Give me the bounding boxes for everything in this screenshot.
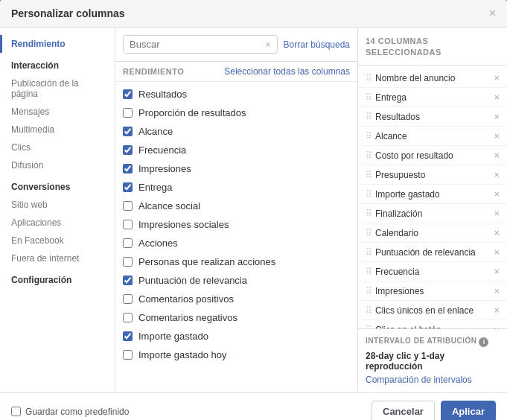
selected-item: ⠿Puntuación de relevancia× bbox=[358, 243, 507, 262]
column-checkbox[interactable] bbox=[123, 331, 133, 341]
column-checkbox-label: Personas que realizan acciones bbox=[138, 256, 275, 267]
drag-handle-icon[interactable]: ⠿ bbox=[366, 92, 372, 103]
selected-item-label: Impresiones bbox=[375, 286, 494, 296]
drag-handle-icon[interactable]: ⠿ bbox=[366, 170, 372, 180]
remove-selected-icon[interactable]: × bbox=[494, 92, 500, 103]
save-default-checkbox[interactable] bbox=[11, 407, 21, 416]
sidebar-item-fuerainternet[interactable]: Fuera de internet bbox=[0, 249, 115, 267]
remove-selected-icon[interactable]: × bbox=[494, 266, 500, 277]
column-checkbox[interactable] bbox=[123, 127, 133, 136]
drag-handle-icon[interactable]: ⠿ bbox=[366, 73, 372, 83]
close-icon[interactable]: × bbox=[489, 7, 496, 19]
sidebar-item-rendimiento[interactable]: Rendimiento bbox=[0, 35, 115, 53]
drag-handle-icon[interactable]: ⠿ bbox=[366, 131, 372, 141]
selected-item-label: Clics únicos en el enlace bbox=[375, 305, 494, 316]
column-checkbox[interactable] bbox=[123, 108, 133, 118]
column-checkbox[interactable] bbox=[123, 276, 133, 285]
select-all-button[interactable]: Seleccionar todas las columnas bbox=[224, 66, 350, 77]
modal-body: Rendimiento Interacción Publicación de l… bbox=[0, 28, 507, 392]
checkbox-item: Comentarios negativos bbox=[115, 308, 357, 327]
drag-handle-icon[interactable]: ⠿ bbox=[366, 305, 372, 316]
sidebar-section-conversiones: Conversiones bbox=[0, 174, 115, 196]
drag-handle-icon[interactable]: ⠿ bbox=[366, 228, 372, 238]
selected-item-label: Presupuesto bbox=[375, 170, 494, 180]
selected-item-label: Resultados bbox=[375, 112, 494, 122]
remove-selected-icon[interactable]: × bbox=[494, 188, 500, 200]
remove-selected-icon[interactable]: × bbox=[494, 208, 500, 219]
selected-item: ⠿Importe gastado× bbox=[358, 185, 507, 204]
apply-button[interactable]: Aplicar bbox=[441, 401, 496, 420]
remove-selected-icon[interactable]: × bbox=[494, 150, 500, 161]
column-checkbox[interactable] bbox=[123, 350, 133, 360]
sidebar-item-clics[interactable]: Clics bbox=[0, 139, 115, 156]
column-checkbox-label: Puntuación de relevancia bbox=[138, 275, 247, 286]
selected-item-label: Alcance bbox=[375, 131, 494, 141]
sidebar-item-difusion[interactable]: Difusión bbox=[0, 156, 115, 174]
sidebar-item-publicacion[interactable]: Publicación de la página bbox=[0, 74, 115, 103]
clear-search-button[interactable]: Borrar búsqueda bbox=[284, 39, 350, 50]
selected-item: ⠿Resultados× bbox=[358, 107, 507, 127]
column-checkbox-label: Frecuencia bbox=[138, 144, 186, 156]
sidebar-item-mensajes[interactable]: Mensajes bbox=[0, 103, 115, 121]
drag-handle-icon[interactable]: ⠿ bbox=[366, 209, 372, 219]
remove-selected-icon[interactable]: × bbox=[494, 305, 500, 316]
sidebar-item-multimedia[interactable]: Multimedia bbox=[0, 121, 115, 139]
save-default-wrap: Guardar como predefinido bbox=[11, 407, 129, 417]
search-clear-icon[interactable]: × bbox=[266, 39, 271, 50]
column-checkbox-label: Acciones bbox=[138, 238, 178, 249]
column-checkbox[interactable] bbox=[123, 220, 133, 229]
drag-handle-icon[interactable]: ⠿ bbox=[366, 189, 372, 200]
drag-handle-icon[interactable]: ⠿ bbox=[366, 247, 372, 258]
drag-handle-icon[interactable]: ⠿ bbox=[366, 112, 372, 122]
attribution-link[interactable]: Comparación de intervalos bbox=[366, 375, 500, 385]
column-checkbox-label: Comentarios positivos bbox=[138, 293, 234, 305]
column-checkbox[interactable] bbox=[123, 145, 133, 155]
middle-column: × Borrar búsqueda RENDIMIENTO Selecciona… bbox=[115, 28, 358, 392]
column-checkbox[interactable] bbox=[123, 313, 133, 322]
remove-selected-icon[interactable]: × bbox=[494, 227, 500, 238]
checkbox-item: Alcance social bbox=[115, 197, 357, 215]
sidebar-item-enfacebook[interactable]: En Facebook bbox=[0, 232, 115, 249]
remove-selected-icon[interactable]: × bbox=[494, 72, 500, 83]
remove-selected-icon[interactable]: × bbox=[494, 169, 500, 180]
column-section-label: RENDIMIENTO bbox=[123, 67, 184, 76]
selected-header: 14 COLUMNAS SELECCIONADAS bbox=[358, 28, 507, 66]
drag-handle-icon[interactable]: ⠿ bbox=[366, 150, 372, 161]
selected-item-label: Frecuencia bbox=[375, 267, 494, 277]
selected-item-label: Puntuación de relevancia bbox=[375, 247, 494, 258]
column-checkbox[interactable] bbox=[123, 201, 133, 211]
column-checkbox[interactable] bbox=[123, 294, 133, 304]
column-checkbox-label: Impresiones sociales bbox=[138, 219, 229, 230]
checkbox-item: Entrega bbox=[115, 178, 357, 197]
sidebar-section-interaccion: Interacción bbox=[0, 53, 115, 74]
column-checkbox[interactable] bbox=[123, 182, 133, 192]
cancel-button[interactable]: Cancelar bbox=[372, 401, 435, 420]
column-checkbox[interactable] bbox=[123, 238, 133, 248]
column-checkbox-label: Alcance bbox=[138, 126, 173, 137]
drag-handle-icon[interactable]: ⠿ bbox=[366, 267, 372, 277]
sidebar-item-aplicaciones[interactable]: Aplicaciones bbox=[0, 214, 115, 232]
column-checkbox[interactable] bbox=[123, 89, 133, 99]
modal-header: Personalizar columnas × bbox=[0, 0, 507, 28]
selected-item-label: Nombre del anuncio bbox=[375, 73, 494, 83]
selected-item: ⠿Nombre del anuncio× bbox=[358, 69, 507, 88]
selected-list: ⠿Nombre del anuncio×⠿Entrega×⠿Resultados… bbox=[358, 66, 507, 328]
column-checkbox-label: Importe gastado hoy bbox=[138, 349, 227, 360]
remove-selected-icon[interactable]: × bbox=[494, 285, 500, 296]
remove-selected-icon[interactable]: × bbox=[494, 246, 500, 258]
selected-item: ⠿Finalización× bbox=[358, 204, 507, 223]
column-checkbox[interactable] bbox=[123, 257, 133, 267]
selected-item-label: Entrega bbox=[375, 92, 494, 103]
search-input[interactable] bbox=[130, 39, 266, 50]
column-checkbox-label: Proporción de resultados bbox=[138, 107, 246, 118]
remove-selected-icon[interactable]: × bbox=[494, 130, 500, 141]
sidebar-item-sitioweb[interactable]: Sitio web bbox=[0, 196, 115, 214]
remove-selected-icon[interactable]: × bbox=[494, 111, 500, 122]
selected-item-label: Calendario bbox=[375, 228, 494, 238]
selected-item: ⠿Entrega× bbox=[358, 88, 507, 107]
checkboxes-list: ResultadosProporción de resultadosAlcanc… bbox=[115, 82, 357, 392]
customize-columns-modal: Personalizar columnas × Rendimiento Inte… bbox=[0, 0, 507, 420]
drag-handle-icon[interactable]: ⠿ bbox=[366, 286, 372, 296]
column-checkbox[interactable] bbox=[123, 164, 133, 174]
checkbox-item: Importe gastado hoy bbox=[115, 346, 357, 364]
